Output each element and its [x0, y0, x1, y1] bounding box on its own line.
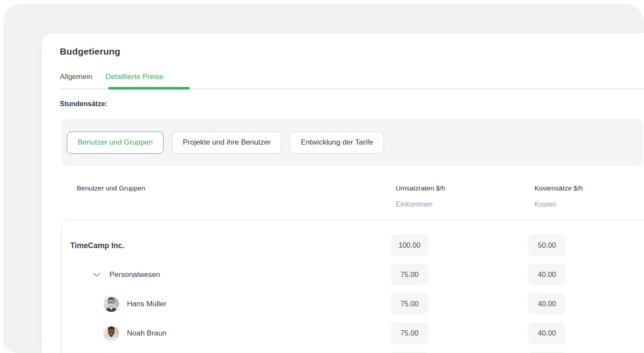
page-title: Budgetierung — [60, 46, 120, 57]
filter-users-groups-button[interactable]: Benutzer und Gruppen — [67, 132, 164, 154]
chevron-down-icon[interactable] — [93, 273, 100, 277]
income-subtitle: Einkommen — [396, 201, 445, 208]
rates-filter-bar: Benutzer und Gruppen Projekte und ihre B… — [62, 119, 643, 166]
table-row: Hans Müller 75.00 40.00 — [62, 289, 644, 318]
user-avatar — [103, 296, 119, 312]
table-row: Noah Braun 75.00 40.00 — [62, 318, 644, 348]
cost-subtitle: Kosten — [534, 201, 583, 208]
app-window: Budgetierung Allgemein Detaillierte Prei… — [0, 0, 644, 353]
tab-bar: Allgemein Detaillierte Preise — [60, 73, 164, 84]
cost-rate-field[interactable]: 40.00 — [528, 293, 566, 315]
rates-table: TimeCamp Inc. 100.00 50.00 Personalwesen… — [62, 220, 644, 353]
income-rate-field[interactable]: 75.00 — [391, 263, 428, 285]
income-rate-field[interactable] — [391, 351, 428, 353]
income-title: Umsatzraten $/h — [396, 184, 445, 192]
row-name-user: Noah Braun — [127, 329, 167, 338]
active-tab-indicator — [108, 87, 190, 90]
column-header-income: Umsatzraten $/h Einkommen — [396, 184, 445, 208]
cost-rate-field[interactable]: 50.00 — [528, 234, 566, 256]
settings-card: Budgetierung Allgemein Detaillierte Prei… — [42, 33, 644, 353]
table-row: TimeCamp Inc. 100.00 50.00 — [62, 231, 644, 260]
row-name-group: Personalwesen — [110, 270, 160, 279]
tab-detaillierte-preise[interactable]: Detaillierte Preise — [106, 73, 164, 84]
income-rate-field[interactable]: 75.00 — [391, 322, 428, 344]
cost-rate-field[interactable]: 40.00 — [528, 322, 566, 344]
cost-rate-field[interactable]: 40.00 — [528, 263, 566, 285]
cost-title: Kostensätze $/h — [534, 184, 583, 192]
tab-allgemein[interactable]: Allgemein — [60, 73, 92, 84]
income-rate-field[interactable]: 75.00 — [391, 293, 428, 315]
cost-rate-field[interactable] — [528, 351, 566, 353]
section-label-hourly-rates: Stundensätze: — [60, 100, 107, 108]
user-avatar — [103, 325, 119, 341]
column-header-cost: Kostensätze $/h Kosten — [534, 184, 583, 208]
column-header-name: Benutzer und Gruppen — [77, 184, 145, 192]
table-row: Personalwesen 75.00 40.00 — [62, 260, 644, 289]
income-rate-field[interactable]: 100.00 — [391, 234, 428, 256]
row-name-company: TimeCamp Inc. — [70, 241, 124, 250]
row-name-user: Hans Müller — [127, 300, 167, 308]
table-row — [62, 348, 644, 353]
filter-projects-users-button[interactable]: Projekte und ihre Benutzer — [172, 132, 281, 154]
filter-rate-history-button[interactable]: Entwicklung der Tarife — [290, 132, 384, 154]
